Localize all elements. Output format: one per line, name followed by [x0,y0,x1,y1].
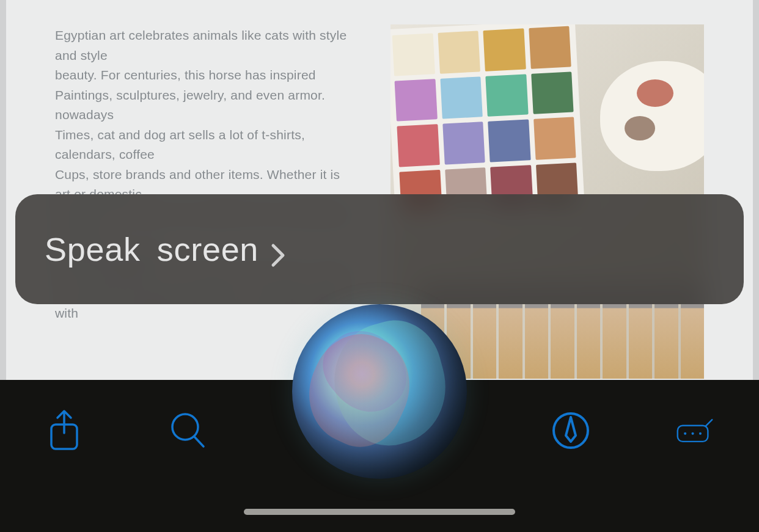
text-column: Egyptian art celebrates animals like cat… [55,24,354,355]
watercolor-palette [391,24,585,219]
palette-pan [531,71,574,114]
page-edge-right [753,0,759,380]
chevron-right-icon [271,237,285,261]
palette-pan [392,33,435,76]
svg-point-5 [691,432,694,435]
mixing-palette [600,61,704,171]
palette-pan [488,119,530,162]
palette-pan [438,31,480,73]
search-icon [169,409,207,455]
siri-suggestion-text: Speak screen [45,230,285,268]
siri-orb-icon[interactable] [292,304,467,479]
image-column [391,24,704,355]
palette-pan [442,122,485,164]
page-edge-left [0,0,6,380]
home-indicator[interactable] [244,509,515,515]
paint-splotch [625,116,655,140]
text-line: Times, cat and dog art sells a lot of t-… [55,125,354,165]
siri-suggestion-panel[interactable]: Speak screen [15,194,744,304]
siri-suggestion-label: Speak screen [45,230,258,268]
share-icon [45,409,83,455]
markup-pen-icon [552,409,590,455]
palette-pan [483,29,526,71]
svg-point-6 [699,432,702,435]
edit-button[interactable] [673,410,716,453]
palette-pan [529,26,571,69]
search-button[interactable] [167,410,210,453]
edit-icon [676,409,714,455]
palette-pan [440,76,483,119]
palette-pan [397,124,439,167]
text-line: beauty. For centuries, this horse has in… [55,65,354,86]
palette-pan [395,79,438,122]
markup-button[interactable] [549,410,592,453]
share-button[interactable] [43,410,86,453]
text-line: Paintings, sculptures, jewelry, and even… [55,86,354,125]
palette-pan [534,117,576,159]
text-line: Egyptian art celebrates animals like cat… [55,26,354,65]
paint-splotch [637,79,673,107]
svg-point-4 [684,432,686,435]
siri-swirl [310,315,421,428]
palette-pan [485,74,528,117]
